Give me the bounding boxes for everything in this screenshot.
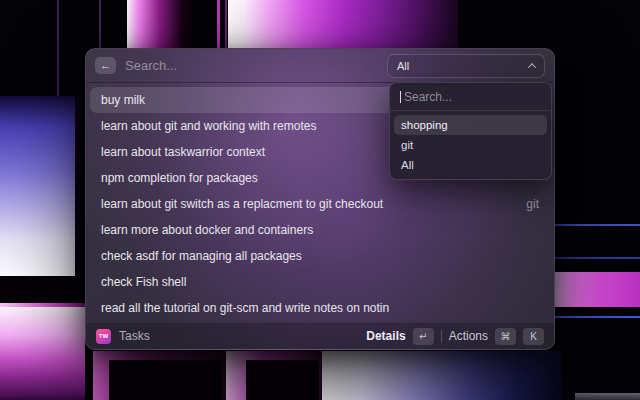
task-title: check asdf for managing all packages — [101, 249, 302, 263]
dropdown-search-placeholder: Search... — [404, 90, 452, 104]
dropdown-item-list: shoppinggitAll — [390, 111, 551, 179]
back-button[interactable]: ← — [95, 57, 116, 74]
dropdown-item[interactable]: git — [394, 135, 547, 155]
task-title: check Fish shell — [101, 275, 186, 289]
wallpaper-shape — [575, 393, 640, 400]
footer-separator — [441, 330, 442, 343]
task-title: learn more about docker and containers — [101, 223, 313, 237]
dropdown-search-input[interactable]: Search... — [390, 83, 551, 110]
dropdown-item[interactable]: shopping — [394, 115, 547, 135]
wallpaper-shape — [226, 351, 322, 400]
actions-button[interactable]: Actions — [449, 329, 488, 343]
task-row[interactable]: check asdf for managing all packages — [90, 243, 550, 269]
wallpaper-shape — [550, 257, 640, 259]
text-cursor — [400, 91, 401, 103]
launcher-footer: TW Tasks Details ↵ Actions ⌘ K — [86, 322, 554, 349]
category-dropdown-button[interactable]: All — [387, 54, 545, 78]
search-input[interactable]: Search... — [125, 58, 177, 73]
task-title: npm completion for packages — [101, 171, 258, 185]
category-selected-label: All — [397, 60, 409, 72]
task-title: read all the tutorial on git-scm and wri… — [101, 301, 389, 315]
wallpaper-shape — [0, 96, 80, 276]
app-name-label: Tasks — [119, 329, 150, 343]
task-row[interactable]: check Fish shell — [90, 269, 550, 295]
task-row[interactable]: learn more about docker and containers — [90, 217, 550, 243]
wallpaper-shape — [550, 224, 640, 226]
taskwarrior-app-icon: TW — [96, 329, 111, 344]
enter-key-badge: ↵ — [413, 328, 434, 345]
wallpaper-shape — [0, 276, 85, 304]
task-tag: git — [526, 197, 539, 211]
wallpaper-shape — [550, 272, 640, 307]
footer-actions: Details ↵ Actions ⌘ K — [366, 328, 544, 345]
task-title: learn about git switch as a replacment t… — [101, 197, 383, 211]
filter-dropdown-panel: Search... shoppinggitAll — [389, 82, 552, 180]
launcher-window: ← Search... All buy milk learn about git… — [85, 48, 555, 350]
wallpaper-shape — [0, 307, 85, 400]
cmd-key-badge: ⌘ — [495, 328, 516, 345]
chevron-up-icon — [528, 63, 536, 71]
task-title: learn about taskwarrior context — [101, 145, 265, 159]
task-row[interactable]: learn about git switch as a replacment t… — [90, 191, 550, 217]
launcher-header: ← Search... All — [86, 49, 554, 82]
task-row[interactable]: read all the tutorial on git-scm and wri… — [90, 295, 550, 321]
back-arrow-icon: ← — [100, 60, 111, 71]
task-title: learn about git and working with remotes — [101, 119, 316, 133]
task-title: buy milk — [101, 93, 145, 107]
details-button[interactable]: Details — [366, 329, 405, 343]
desktop: ← Search... All buy milk learn about git… — [0, 0, 640, 400]
dropdown-item[interactable]: All — [394, 155, 547, 175]
k-key-badge: K — [523, 328, 544, 345]
wallpaper-shape — [93, 351, 226, 400]
wallpaper-shape — [550, 316, 640, 318]
wallpaper-shape — [322, 351, 562, 400]
